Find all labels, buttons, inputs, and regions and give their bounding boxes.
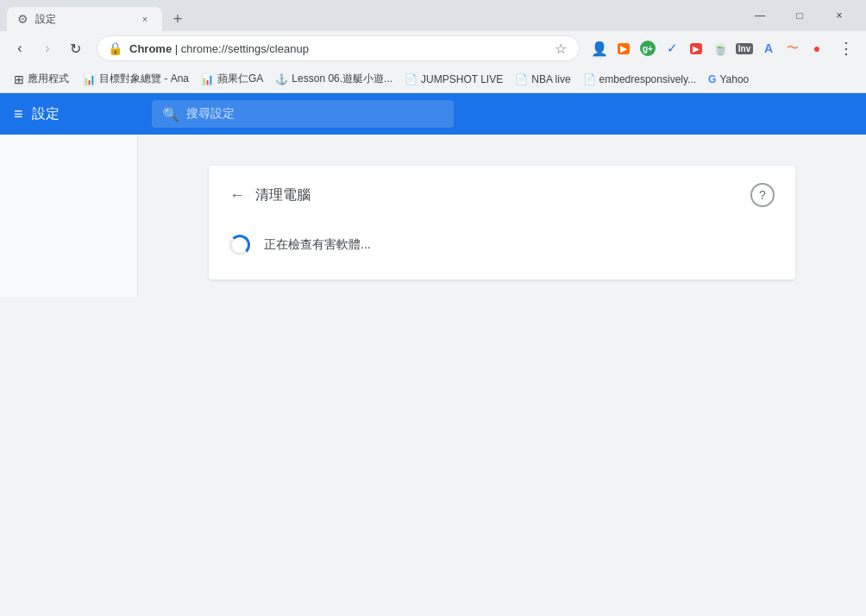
apps-label: 應用程式 [28, 72, 69, 86]
search-box[interactable]: 🔍 搜尋設定 [152, 100, 454, 128]
settings-title-label: 設定 [32, 105, 60, 123]
refresh-button[interactable]: ↻ [62, 35, 88, 61]
extension-4-button[interactable]: ▶ [685, 37, 707, 60]
bookmark-nba[interactable]: 📄 NBA live [510, 69, 575, 90]
bookmarks-bar: ⊞ 應用程式 📊 目標對象總覽 - Ana 📊 蘋果仁GA ⚓ Lesson 0… [0, 66, 866, 93]
bookmark-embed[interactable]: 📄 embedresponsively... [578, 69, 702, 90]
extension-1-icon: ▶ [618, 43, 630, 54]
bookmark-label-5: NBA live [531, 73, 570, 85]
back-arrow-button[interactable]: ← [229, 186, 245, 204]
active-tab[interactable]: ⚙ 設定 × [7, 7, 162, 31]
back-button[interactable]: ‹ [7, 35, 33, 61]
sidebar-nav [0, 135, 138, 297]
bookmark-analytics2[interactable]: 📊 蘋果仁GA [196, 69, 268, 90]
loading-section: 正在檢查有害軟體... [229, 228, 775, 262]
tab-favicon: ⚙ [17, 12, 28, 26]
bookmark-label-2: 蘋果仁GA [217, 72, 263, 86]
user-icon: 👤 [591, 41, 608, 57]
bookmark-jumpshot[interactable]: 📄 JUMPSHOT LIVE [399, 69, 508, 90]
bookmark-label-1: 目標對象總覽 - Ana [99, 72, 189, 86]
settings-content-area: ≡ 設定 🔍 搜尋設定 ← [0, 93, 866, 297]
extension-2-button[interactable]: g+ [637, 37, 659, 60]
forward-button[interactable]: › [35, 35, 60, 61]
cleanup-card: ← 清理電腦 ? 正在檢查有害軟體... [209, 166, 795, 280]
red-circle-icon: ● [813, 41, 820, 55]
bookmark-yahoo[interactable]: G Yahoo [703, 69, 754, 90]
card-title: 清理電腦 [255, 186, 311, 204]
extension-4-icon: ▶ [690, 43, 702, 54]
bookmark-label-7: Yahoo [719, 73, 749, 85]
apps-grid-icon: ⊞ [14, 72, 24, 86]
loading-text: 正在檢查有害軟體... [264, 237, 371, 253]
sidebar-header: ≡ 設定 [0, 93, 138, 135]
extension-3-icon: ✓ [667, 41, 678, 56]
card-container: ← 清理電腦 ? 正在檢查有害軟體... [138, 135, 866, 297]
address-text: Chrome | chrome://settings/cleanup [129, 42, 546, 55]
translate-icon: A [764, 41, 773, 55]
bookmark-favicon-3: ⚓ [275, 73, 288, 85]
address-url: chrome://settings/cleanup [181, 42, 309, 55]
close-button[interactable]: × [819, 0, 859, 31]
address-prefix: Chrome [129, 42, 172, 55]
red-extension-button[interactable]: ● [806, 37, 828, 60]
bookmark-favicon-2: 📊 [201, 73, 214, 85]
bookmark-lesson[interactable]: ⚓ Lesson 06.遊艇小遊... [270, 69, 398, 90]
new-tab-button[interactable]: + [166, 7, 190, 31]
settings-top-bar: ≡ 設定 🔍 搜尋設定 [0, 93, 866, 135]
bookmark-label-3: Lesson 06.遊艇小遊... [292, 72, 392, 86]
navigation-bar: ‹ › ↻ 🔒 Chrome | chrome://settings/clean… [0, 31, 866, 66]
search-icon: 🔍 [162, 106, 179, 123]
security-icon: 🔒 [108, 41, 122, 55]
user-profile-button[interactable]: 👤 [588, 37, 611, 60]
extension-5-icon: 🍵 [712, 41, 729, 56]
minimize-button[interactable]: — [740, 0, 780, 31]
wave-icon: 〜 [787, 41, 799, 56]
extension-2-icon: g+ [640, 41, 656, 56]
settings-body: ← 清理電腦 ? 正在檢查有害軟體... [0, 135, 866, 297]
bookmark-favicon-5: 📄 [515, 73, 528, 85]
extension-1-button[interactable]: ▶ [612, 37, 635, 60]
bookmark-analytics1[interactable]: 📊 目標對象總覽 - Ana [78, 69, 194, 90]
card-header: ← 清理電腦 ? [229, 183, 775, 207]
wave-extension-button[interactable]: 〜 [781, 37, 804, 60]
help-button[interactable]: ? [750, 183, 775, 207]
extension-icons: 👤 ▶ g+ ✓ ▶ 🍵 Inv A 〜 [588, 37, 828, 60]
inv-icon: Inv [736, 43, 753, 54]
chrome-menu-button[interactable]: ⋮ [833, 35, 859, 61]
translate-extension-button[interactable]: A [757, 37, 780, 60]
tab-close-button[interactable]: × [138, 12, 152, 26]
page-content: ← 清理電腦 ? 正在檢查有害軟體... [138, 135, 866, 297]
address-separator: | [175, 42, 181, 55]
maximize-button[interactable]: □ [780, 0, 819, 31]
bookmark-favicon-7: G [708, 73, 716, 85]
window-controls: — □ × [740, 0, 859, 31]
apps-button[interactable]: ⊞ 應用程式 [7, 69, 76, 90]
bookmark-favicon-1: 📊 [83, 73, 96, 85]
hamburger-button[interactable]: ≡ [14, 105, 23, 123]
search-placeholder-text: 搜尋設定 [186, 106, 235, 122]
tab-area: ⚙ 設定 × + [7, 0, 740, 31]
back-title-group: ← 清理電腦 [229, 186, 311, 204]
bookmark-label-4: JUMPSHOT LIVE [421, 73, 503, 85]
title-bar: ⚙ 設定 × + — □ × [0, 0, 866, 31]
settings-search-area: 🔍 搜尋設定 [138, 93, 866, 135]
extension-3-button[interactable]: ✓ [661, 37, 683, 60]
address-bar[interactable]: 🔒 Chrome | chrome://settings/cleanup ☆ [97, 35, 580, 61]
bookmark-favicon-4: 📄 [405, 73, 417, 85]
bookmark-label-6: embedresponsively... [599, 73, 697, 85]
tab-title: 設定 [35, 12, 131, 27]
extension-5-button[interactable]: 🍵 [709, 37, 731, 60]
bookmark-favicon-6: 📄 [583, 73, 596, 85]
inv-extension-button[interactable]: Inv [733, 37, 756, 60]
loading-spinner [229, 235, 250, 255]
bookmark-star-button[interactable]: ☆ [553, 39, 568, 59]
